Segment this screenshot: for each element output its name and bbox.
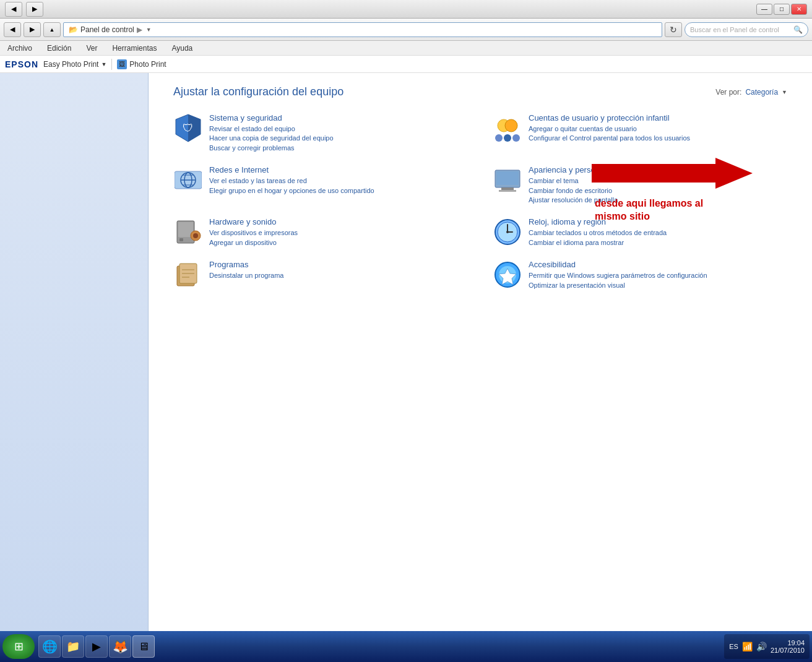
nav-up-button[interactable]: ▲ — [43, 22, 61, 37]
clock-date: 21/07/2010 — [771, 647, 805, 654]
easy-photo-print-button[interactable]: Easy Photo Print ▼ — [43, 60, 106, 69]
tray-speaker-icon: 🔊 — [756, 642, 767, 651]
apariencia-title[interactable]: Apariencia y personalización — [529, 165, 787, 174]
sistema-text: Sistema y seguridad Revisar el estado de… — [209, 113, 468, 153]
refresh-button[interactable]: ↻ — [665, 22, 682, 37]
reloj-link-0[interactable]: Cambiar teclados u otros métodos de entr… — [529, 228, 787, 238]
redes-icon — [173, 165, 203, 195]
svg-point-4 — [505, 119, 517, 132]
search-placeholder: Buscar en el Panel de control — [690, 26, 779, 33]
accesibilidad-link-1[interactable]: Optimizar la presentación visual — [529, 281, 787, 290]
programas-icon — [173, 260, 203, 290]
address-field[interactable]: 📂 Panel de control ▶ ▼ — [63, 22, 662, 37]
nav-back-button[interactable]: ◀ — [4, 22, 21, 37]
section-hardware: Hardware y sonido Ver dispositivos e imp… — [173, 217, 468, 247]
cuentas-icon — [493, 113, 522, 143]
section-apariencia: Apariencia y personalización Cambiar el … — [493, 165, 787, 205]
accesibilidad-title[interactable]: Accesibilidad — [529, 260, 787, 269]
easy-photo-print-label: Easy Photo Print — [43, 60, 98, 69]
svg-text:🛡: 🛡 — [183, 122, 194, 134]
svg-point-6 — [504, 134, 511, 142]
back-button[interactable]: ◀ — [5, 2, 22, 17]
taskbar-media-button[interactable]: ▶ — [85, 635, 108, 658]
taskbar: ⊞ 🌐 📁 ▶ 🦊 🖥 ES 📶 🔊 19:04 21/07/2010 — [0, 631, 812, 662]
hardware-title[interactable]: Hardware y sonido — [209, 217, 468, 226]
view-by-value[interactable]: Categoría — [745, 88, 778, 97]
svg-rect-18 — [501, 187, 514, 190]
accesibilidad-link-0[interactable]: Permitir que Windows sugiera parámetros … — [529, 271, 787, 280]
view-by-arrow-icon: ▼ — [782, 89, 787, 95]
sistema-link-0[interactable]: Revisar el estado del equipo — [209, 124, 468, 134]
svg-rect-23 — [179, 238, 183, 241]
title-bar: ◀ ▶ — □ ✕ — [0, 0, 812, 19]
folder-icon: 📂 — [69, 25, 78, 34]
section-redes: Redes e Internet Ver el estado y las tar… — [173, 165, 468, 205]
menu-archivo[interactable]: Archivo — [5, 43, 35, 54]
sistema-link-2[interactable]: Buscar y corregir problemas — [209, 144, 468, 153]
svg-point-5 — [495, 134, 503, 142]
view-by-control: Ver por: Categoría ▼ — [715, 88, 787, 97]
page-title: Ajustar la configuración del equipo — [173, 85, 343, 98]
apariencia-icon — [493, 165, 522, 195]
sistema-icon: 🛡 — [173, 113, 203, 143]
hardware-link-0[interactable]: Ver dispositivos e impresoras — [209, 228, 468, 238]
redes-link-0[interactable]: Ver el estado y las tareas de red — [209, 176, 468, 186]
reloj-link-1[interactable]: Cambiar el idioma para mostrar — [529, 238, 787, 247]
clock-time: 19:04 — [771, 639, 805, 647]
search-box[interactable]: Buscar en el Panel de control 🔍 — [685, 22, 808, 37]
programas-link-0[interactable]: Desinstalar un programa — [209, 271, 468, 280]
taskbar-firefox-button[interactable]: 🦊 — [109, 635, 131, 658]
content-header: Ajustar la configuración del equipo Ver … — [173, 85, 787, 98]
maximize-button[interactable]: □ — [774, 4, 790, 15]
address-dropdown: ▼ — [146, 27, 152, 33]
control-panel-grid: 🛡 Sistema y seguridad Revisar el estado … — [173, 113, 787, 290]
cuentas-link-0[interactable]: Agregar o quitar cuentas de usuario — [529, 124, 787, 134]
programas-text: Programas Desinstalar un programa — [209, 260, 468, 280]
sistema-link-1[interactable]: Hacer una copia de seguridad del equipo — [209, 134, 468, 143]
cuentas-link-1[interactable]: Configurar el Control parental para todo… — [529, 134, 787, 143]
start-button[interactable]: ⊞ — [2, 634, 35, 659]
system-tray: ES 📶 🔊 19:04 21/07/2010 — [724, 634, 810, 659]
window-controls: — □ ✕ — [756, 4, 807, 15]
taskbar-ie-button[interactable]: 🌐 — [38, 635, 61, 658]
tray-lang: ES — [729, 643, 738, 650]
apariencia-link-0[interactable]: Cambiar el tema — [529, 176, 787, 186]
hardware-text: Hardware y sonido Ver dispositivos e imp… — [209, 217, 468, 247]
menu-edicion[interactable]: Edición — [45, 43, 74, 54]
reloj-icon — [493, 217, 522, 247]
sistema-title[interactable]: Sistema y seguridad — [209, 113, 468, 123]
forward-button[interactable]: ▶ — [26, 2, 43, 17]
sidebar — [0, 73, 149, 631]
menu-herramientas[interactable]: Herramientas — [110, 43, 159, 54]
svg-rect-16 — [496, 171, 519, 185]
programas-title[interactable]: Programas — [209, 260, 468, 269]
tray-network-icon: 📶 — [742, 642, 753, 651]
title-bar-left: ◀ ▶ — [5, 2, 43, 17]
redes-title[interactable]: Redes e Internet — [209, 165, 468, 174]
cuentas-text: Cuentas de usuario y protección infantil… — [529, 113, 787, 144]
svg-text:⊞: ⊞ — [14, 640, 24, 653]
cuentas-title[interactable]: Cuentas de usuario y protección infantil — [529, 113, 787, 123]
menu-ayuda[interactable]: Ayuda — [169, 43, 195, 54]
taskbar-panel-button[interactable]: 🖥 — [132, 635, 155, 658]
svg-point-30 — [506, 231, 509, 233]
redes-link-1[interactable]: Elegir grupo en el hogar y opciones de u… — [209, 186, 468, 196]
svg-point-7 — [512, 134, 520, 142]
address-path: Panel de control — [80, 25, 134, 34]
apariencia-link-1[interactable]: Cambiar fondo de escritorio — [529, 186, 787, 196]
hardware-link-1[interactable]: Agregar un dispositivo — [209, 238, 468, 247]
epson-toolbar: EPSON Easy Photo Print ▼ 🖼 Photo Print — [0, 56, 812, 73]
redes-text: Redes e Internet Ver el estado y las tar… — [209, 165, 468, 196]
taskbar-folder-button[interactable]: 📁 — [62, 635, 84, 658]
search-icon: 🔍 — [793, 25, 803, 34]
address-arrow: ▶ — [137, 25, 142, 34]
close-button[interactable]: ✕ — [791, 4, 807, 15]
menu-ver[interactable]: Ver — [84, 43, 100, 54]
minimize-button[interactable]: — — [756, 4, 772, 15]
section-cuentas: Cuentas de usuario y protección infantil… — [493, 113, 787, 153]
nav-forward-button[interactable]: ▶ — [24, 22, 41, 37]
svg-point-25 — [193, 233, 198, 238]
content-wrapper: Ajustar la configuración del equipo Ver … — [0, 73, 812, 631]
section-sistema: 🛡 Sistema y seguridad Revisar el estado … — [173, 113, 468, 153]
photo-print-button[interactable]: 🖼 Photo Print — [117, 59, 166, 69]
